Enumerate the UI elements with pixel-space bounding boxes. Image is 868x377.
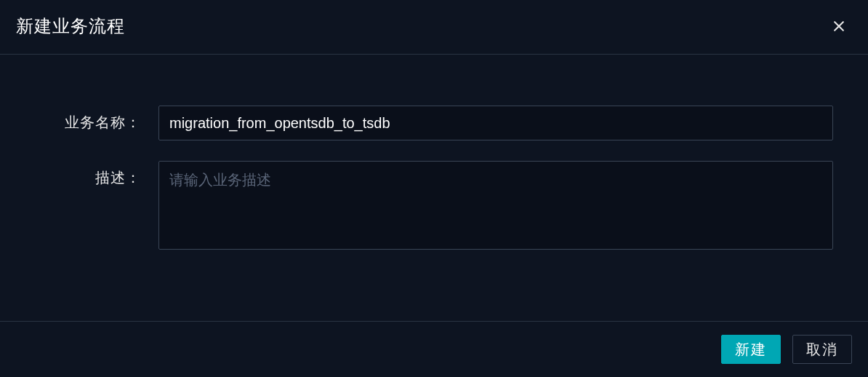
- name-label: 业务名称：: [35, 106, 158, 132]
- cancel-button[interactable]: 取消: [792, 335, 852, 364]
- name-input[interactable]: [158, 106, 833, 140]
- create-workflow-dialog: 新建业务流程 业务名称： 描述： 新建 取消: [0, 0, 868, 377]
- desc-input[interactable]: [158, 161, 833, 250]
- dialog-header: 新建业务流程: [0, 0, 868, 55]
- desc-control: [158, 161, 833, 253]
- form-row-desc: 描述：: [35, 161, 833, 253]
- close-button[interactable]: [830, 17, 848, 35]
- dialog-title: 新建业务流程: [16, 15, 125, 38]
- desc-label: 描述：: [35, 161, 158, 188]
- close-icon: [832, 19, 846, 33]
- dialog-footer: 新建 取消: [0, 321, 868, 377]
- dialog-body: 业务名称： 描述：: [0, 55, 868, 321]
- create-button[interactable]: 新建: [721, 335, 781, 364]
- name-control: [158, 106, 833, 140]
- form-row-name: 业务名称：: [35, 106, 833, 140]
